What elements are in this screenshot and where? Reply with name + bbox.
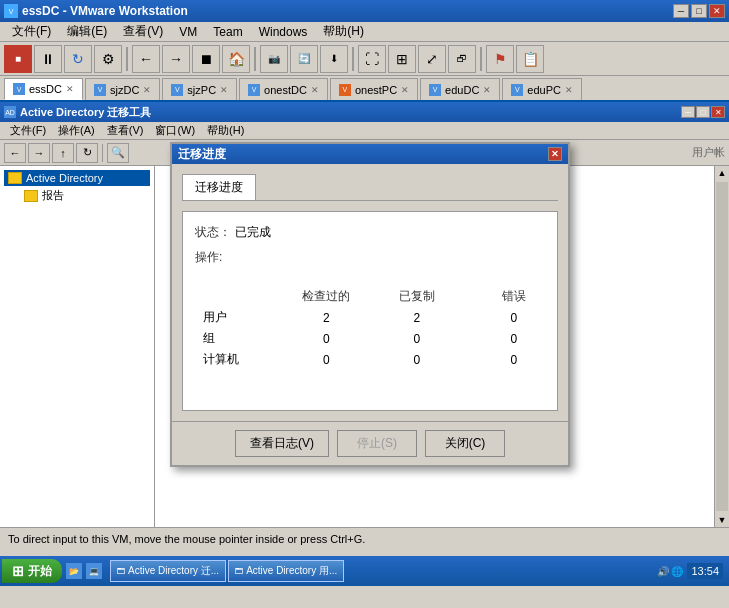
toolbar-btn-multi[interactable]: ⊞ [388,45,416,73]
sidebar-item-report[interactable]: 报告 [20,186,150,205]
menu-file[interactable]: 文件(F) [4,21,59,42]
stop-button[interactable]: 停止(S) [337,430,417,457]
inner-toolbar-refresh[interactable]: ↻ [76,143,98,163]
row-group-checked: 0 [276,328,376,349]
scroll-down-btn[interactable]: ▼ [716,513,729,527]
toolbar-btn-snap[interactable]: 📷 [260,45,288,73]
scroll-thumb[interactable] [716,182,728,511]
taskbar-item-ad-mig[interactable]: 🗔 Active Directory 迁... [110,560,226,582]
tab-sjzdc[interactable]: V sjzDC ✕ [85,78,160,100]
tab-essdc[interactable]: V essDC ✕ [4,78,83,100]
toolbar-btn-stop[interactable]: ⏹ [192,45,220,73]
close-dialog-button[interactable]: 关闭(C) [425,430,505,457]
tab-essdc-label: essDC [29,83,62,95]
tab-sjzdc-close[interactable]: ✕ [143,85,151,95]
inner-menu-window[interactable]: 窗口(W) [149,122,201,139]
windows-logo-icon: ⊞ [12,563,24,579]
view-log-button[interactable]: 查看日志(V) [235,430,329,457]
toolbar-btn-stretch[interactable]: ⤢ [418,45,446,73]
toolbar-btn-recv[interactable]: 📋 [516,45,544,73]
dialog-close-button[interactable]: ✕ [548,147,562,161]
toolbar-btn-forward[interactable]: → [162,45,190,73]
minimize-button[interactable]: ─ [673,4,689,18]
inner-menu-file[interactable]: 文件(F) [4,122,52,139]
dialog-status-label: 状态： [195,224,235,241]
toolbar-btn-snap2[interactable]: 🔄 [290,45,318,73]
menu-team[interactable]: Team [205,23,250,41]
dialog-table: 检查过的 已复制 错误 用户 2 2 [195,286,545,370]
inner-title-icon: AD [4,106,16,118]
sidebar-folder-icon [8,172,22,184]
toolbar-btn-snap3[interactable]: ⬇ [320,45,348,73]
row-user-checked: 2 [276,307,376,328]
tab-onestdc[interactable]: V onestDC ✕ [239,78,328,100]
tab-onestdc-icon: V [248,84,260,96]
tab-sjzdc-label: sjzDC [110,84,139,96]
toolbar-btn-settings[interactable]: ⚙ [94,45,122,73]
row-computer-empty [458,349,483,370]
inner-toolbar-back[interactable]: ← [4,143,26,163]
tab-onestdc-close[interactable]: ✕ [311,85,319,95]
taskbar-ad-label: Active Directory 迁... [128,564,219,578]
migration-dialog: 迁移进度 ✕ 迁移进度 状态： 已完成 操作: [170,142,570,467]
col-header-name [195,286,276,307]
tab-onestdc-label: onestDC [264,84,307,96]
inner-toolbar-up[interactable]: ↑ [52,143,74,163]
toolbar-sep-1 [126,47,128,71]
inner-minimize-btn[interactable]: ─ [681,106,695,118]
dialog-body: 迁移进度 状态： 已完成 操作: 检查过的 [172,164,568,421]
toolbar-btn-power-on[interactable]: ■ [4,45,32,73]
toolbar-btn-back[interactable]: ← [132,45,160,73]
sidebar-item-ad[interactable]: Active Directory [4,170,150,186]
menu-windows[interactable]: Windows [251,23,316,41]
scroll-up-btn[interactable]: ▲ [716,166,729,180]
tab-onestpc-icon: V [339,84,351,96]
inner-close-btn[interactable]: ✕ [711,106,725,118]
tab-sjzpc[interactable]: V sjzPC ✕ [162,78,237,100]
menu-edit[interactable]: 编辑(E) [59,21,115,42]
inner-menu-view[interactable]: 查看(V) [101,122,150,139]
close-button[interactable]: ✕ [709,4,725,18]
dialog-operation-row: 操作: [195,249,545,266]
bottom-status-text: To direct input to this VM, move the mou… [8,533,365,545]
clock: 13:54 [687,563,723,579]
tab-onestpc[interactable]: V onestPC ✕ [330,78,418,100]
tab-onestpc-close[interactable]: ✕ [401,85,409,95]
inner-toolbar-forward[interactable]: → [28,143,50,163]
title-bar-left: V essDC - VMware Workstation [4,4,188,18]
toolbar-btn-send[interactable]: ⚑ [486,45,514,73]
tab-edudc-close[interactable]: ✕ [483,85,491,95]
scrollbar[interactable]: ▲ ▼ [714,166,729,527]
toolbar-btn-pause[interactable]: ⏸ [34,45,62,73]
tab-edudc[interactable]: V eduDC ✕ [420,78,500,100]
menu-view[interactable]: 查看(V) [115,21,171,42]
toolbar-btn-full[interactable]: ⛶ [358,45,386,73]
sidebar-report-label: 报告 [42,188,64,203]
tab-edupc-icon: V [511,84,523,96]
tab-sjzpc-close[interactable]: ✕ [220,85,228,95]
tab-edupc-close[interactable]: ✕ [565,85,573,95]
inner-menu-help[interactable]: 帮助(H) [201,122,250,139]
tab-essdc-icon: V [13,83,25,95]
maximize-button[interactable]: □ [691,4,707,18]
start-button[interactable]: ⊞ 开始 [2,559,62,583]
inner-maximize-btn[interactable]: □ [696,106,710,118]
start-label: 开始 [28,563,52,580]
toolbar-btn-refresh[interactable]: ↻ [64,45,92,73]
dialog-tabs: 迁移进度 [182,174,558,201]
table-row-computer: 计算机 0 0 0 [195,349,545,370]
tab-edupc[interactable]: V eduPC ✕ [502,78,582,100]
tab-essdc-close[interactable]: ✕ [66,84,74,94]
toolbar-btn-unity[interactable]: 🗗 [448,45,476,73]
dialog-tab-progress[interactable]: 迁移进度 [182,174,256,200]
taskbar-ad-icon: 🗔 [117,567,125,576]
inner-toolbar-search[interactable]: 🔍 [107,143,129,163]
menu-vm[interactable]: VM [171,23,205,41]
menu-help[interactable]: 帮助(H) [315,21,372,42]
tab-onestpc-label: onestPC [355,84,397,96]
inner-menu-action[interactable]: 操作(A) [52,122,101,139]
app-icon: V [4,4,18,18]
taskbar-item-ad-user[interactable]: 🗔 Active Directory 用... [228,560,344,582]
toolbar-btn-home[interactable]: 🏠 [222,45,250,73]
sidebar: Active Directory 报告 [0,166,155,527]
